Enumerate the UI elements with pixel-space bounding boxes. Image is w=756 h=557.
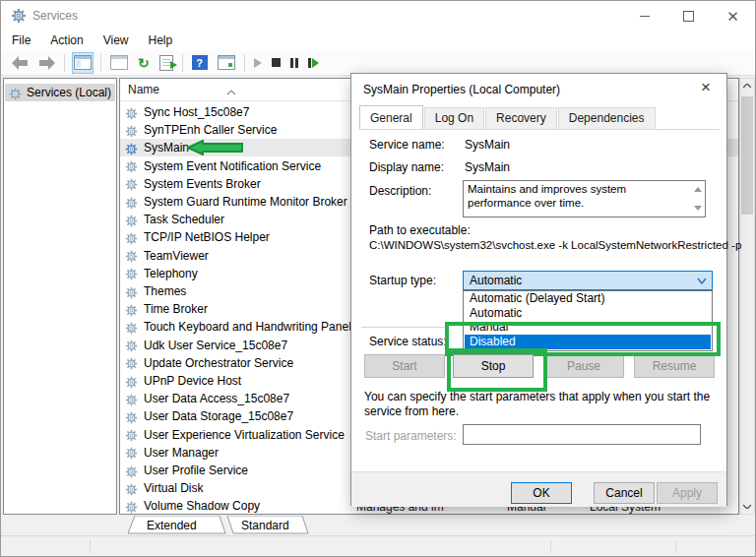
service-name: UPnP Device Host	[144, 374, 241, 388]
service-name: Udk User Service_15c08e7	[144, 339, 287, 352]
tab-dependencies[interactable]: Dependencies	[558, 107, 656, 129]
cancel-button[interactable]: Cancel	[594, 482, 655, 504]
resume-button[interactable]: Resume	[634, 354, 715, 378]
service-name: Volume Shadow Copy	[144, 499, 260, 513]
service-gear-icon	[125, 446, 138, 459]
ok-button[interactable]: OK	[511, 482, 572, 504]
minimize-button[interactable]	[622, 1, 666, 31]
window-title: Services	[32, 9, 78, 23]
dialog-title: SysMain Properties (Local Computer)	[363, 83, 560, 96]
description-box[interactable]: Maintains and improves system performanc…	[463, 180, 706, 217]
service-gear-icon	[125, 500, 138, 513]
toolbar-separator	[100, 54, 101, 72]
help-icon[interactable]: ?	[190, 52, 210, 74]
menu-bar: FileActionViewHelp	[1, 31, 755, 50]
dropdown-option-manual[interactable]: Manual	[465, 320, 711, 335]
description-scroll-up-icon[interactable]	[694, 187, 702, 192]
scroll-down-icon[interactable]	[740, 499, 754, 514]
refresh-icon[interactable]: ↻	[136, 52, 152, 74]
menu-view[interactable]: View	[94, 31, 138, 49]
status-bar	[1, 535, 755, 557]
dropdown-option-disabled[interactable]: Disabled	[465, 335, 711, 349]
description-scroll-down-icon[interactable]	[694, 206, 702, 211]
path-value: C:\WINDOWS\system32\svchost.exe -k Local…	[369, 239, 741, 251]
service-status-label: Service status:	[369, 335, 447, 348]
description-label: Description:	[369, 184, 431, 198]
stop-service-icon[interactable]	[270, 52, 283, 74]
maximize-button[interactable]	[666, 1, 711, 31]
stop-button[interactable]: Stop	[453, 354, 534, 378]
service-name: Telephony	[144, 267, 198, 280]
column-header-name[interactable]: Name	[128, 83, 159, 96]
pause-button[interactable]: Pause	[543, 354, 624, 378]
dropdown-option-automatic-delayed-start-[interactable]: Automatic (Delayed Start)	[465, 291, 711, 306]
service-name: System Guard Runtime Monitor Broker	[144, 195, 347, 209]
tab-recovery[interactable]: Recovery	[485, 107, 557, 129]
start-parameters-input[interactable]	[463, 424, 701, 445]
sysmain-properties-dialog: SysMain Properties (Local Computer) × Ge…	[350, 73, 727, 506]
sort-ascending-icon	[226, 82, 236, 99]
service-name: System Events Broker	[144, 177, 261, 191]
start-parameters-label: Start parameters:	[365, 429, 457, 443]
service-name: TeamViewer	[144, 249, 209, 263]
service-gear-icon	[125, 375, 138, 388]
dialog-footer: OK Cancel Apply	[351, 471, 726, 507]
startup-type-combobox[interactable]: Automatic	[463, 271, 713, 290]
toolbar-separator	[64, 54, 65, 72]
display-name-label: Display name:	[369, 160, 444, 174]
service-gear-icon	[125, 339, 138, 351]
service-gear-icon	[125, 142, 138, 155]
pause-service-icon[interactable]	[288, 52, 300, 74]
service-name: User Manager	[144, 446, 219, 460]
scroll-up-icon[interactable]	[740, 79, 754, 93]
service-gear-icon	[125, 428, 138, 441]
service-name: System Event Notification Service	[144, 159, 321, 173]
startup-type-value: Automatic	[470, 274, 522, 287]
service-gear-icon	[125, 321, 138, 334]
service-gear-icon	[125, 106, 138, 119]
tree-root-label: Services (Local)	[27, 86, 111, 99]
dialog-close-icon[interactable]: ×	[695, 78, 717, 97]
start-service-icon[interactable]	[252, 52, 264, 74]
scrollbar-thumb[interactable]	[741, 96, 753, 215]
show-action-pane-icon[interactable]	[216, 52, 237, 74]
service-gear-icon	[125, 482, 138, 495]
tab-log-on[interactable]: Log On	[424, 107, 484, 129]
service-gear-icon	[125, 285, 138, 298]
service-name: SysMain	[144, 141, 189, 155]
chevron-down-icon	[697, 278, 707, 284]
menu-help[interactable]: Help	[140, 31, 182, 49]
service-name: User Data Access_15c08e7	[144, 392, 289, 405]
view-tabs: Extended Standard	[1, 515, 755, 535]
service-name: Update Orchestrator Service	[144, 356, 293, 370]
close-button[interactable]: ✕	[711, 1, 755, 31]
tab-extended[interactable]: Extended	[147, 519, 197, 532]
menu-action[interactable]: Action	[41, 31, 92, 49]
apply-button[interactable]: Apply	[657, 482, 718, 504]
services-gear-icon	[11, 8, 27, 24]
service-name: User Data Storage_15c08e7	[144, 409, 293, 423]
services-gear-icon	[9, 87, 22, 99]
properties-window-icon[interactable]	[108, 52, 130, 74]
back-arrow-icon[interactable]	[10, 52, 31, 74]
service-gear-icon	[125, 159, 138, 172]
menu-file[interactable]: File	[3, 31, 39, 49]
service-gear-icon	[125, 231, 138, 244]
service-name: Virtual Disk	[144, 481, 203, 495]
dropdown-option-automatic[interactable]: Automatic	[465, 306, 711, 321]
restart-service-icon[interactable]	[306, 52, 321, 74]
vertical-scrollbar[interactable]	[739, 78, 755, 515]
service-name: Task Scheduler	[144, 213, 224, 226]
service-name: Time Broker	[144, 302, 208, 316]
export-list-icon[interactable]	[158, 52, 175, 74]
service-name: TCP/IP NetBIOS Helper	[144, 230, 270, 244]
startup-type-dropdown-list: Automatic (Delayed Start)AutomaticManual…	[463, 290, 713, 351]
dialog-tabs: GeneralLog OnRecoveryDependencies	[359, 107, 657, 129]
forward-arrow-icon[interactable]	[36, 52, 57, 74]
tab-standard[interactable]: Standard	[241, 519, 289, 532]
start-button[interactable]: Start	[364, 354, 445, 378]
service-gear-icon	[125, 356, 138, 369]
tab-general[interactable]: General	[359, 105, 423, 129]
sidebar-item-services-local[interactable]: Services (Local)	[5, 84, 115, 101]
show-console-tree-icon[interactable]	[72, 52, 94, 74]
